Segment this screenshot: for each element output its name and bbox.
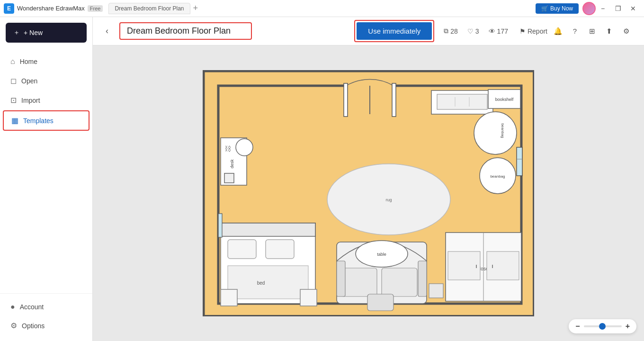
- app-logo: E Wondershare EdrawMax Free: [4, 3, 103, 14]
- svg-rect-48: [218, 214, 222, 237]
- sidebar-item-options[interactable]: ⚙ Options: [3, 316, 89, 335]
- sidebar-item-home[interactable]: ⌂ Home: [3, 53, 89, 71]
- heart-icon: ♡: [467, 27, 474, 35]
- report-button[interactable]: ⚑ Report: [519, 27, 547, 35]
- add-tab-button[interactable]: +: [193, 3, 198, 13]
- titlebar: E Wondershare EdrawMax Free Dream Bedroo…: [0, 0, 644, 17]
- svg-rect-35: [382, 268, 417, 296]
- svg-rect-5: [392, 83, 396, 117]
- content-area: ‹ Dream Bedroom Floor Plan Use immediate…: [93, 17, 644, 341]
- free-badge: Free: [88, 5, 103, 12]
- svg-rect-49: [429, 284, 443, 298]
- open-icon: ◻: [10, 76, 17, 85]
- templates-icon: ▦: [11, 116, 18, 125]
- sidebar-item-open[interactable]: ◻ Open: [3, 72, 89, 90]
- svg-rect-45: [487, 251, 519, 280]
- svg-rect-16: [224, 173, 234, 183]
- zoom-slider[interactable]: [584, 325, 622, 327]
- zoom-thumb[interactable]: [599, 323, 606, 330]
- views-stat: 👁 177: [489, 27, 508, 35]
- svg-rect-29: [228, 266, 308, 299]
- restore-button[interactable]: ❐: [611, 1, 625, 16]
- svg-text:bookshelf: bookshelf: [495, 97, 514, 102]
- use-immediately-button[interactable]: Use immediately: [357, 22, 432, 40]
- template-title: Dream Bedroom Floor Plan: [119, 22, 252, 40]
- sidebar-item-account[interactable]: ● Account: [3, 298, 89, 316]
- tab-label: Dream Bedroom Floor Plan: [115, 5, 184, 12]
- floor-plan-svg: bookshelf desk ⛓ rug beanbag beanbag: [203, 70, 534, 316]
- svg-rect-40: [367, 294, 394, 311]
- share-icon[interactable]: ⬆: [602, 25, 616, 38]
- svg-text:table: table: [377, 252, 386, 257]
- active-tab[interactable]: Dream Bedroom Floor Plan: [108, 3, 190, 14]
- svg-rect-4: [344, 83, 348, 117]
- svg-rect-23: [517, 147, 522, 176]
- svg-rect-37: [418, 261, 427, 296]
- close-button[interactable]: ✕: [626, 1, 640, 16]
- help-icon[interactable]: ?: [568, 25, 581, 38]
- svg-rect-26: [221, 223, 315, 236]
- diagram-area: bookshelf desk ⛓ rug beanbag beanbag: [93, 45, 644, 341]
- svg-text:desk: desk: [230, 159, 234, 169]
- app-body: ＋ + New ⌂ Home ◻ Open ⊡ Import ▦ Templat…: [0, 17, 644, 341]
- svg-rect-44: [448, 251, 480, 280]
- copy-icon: ⧉: [444, 27, 448, 35]
- apps-grid-icon[interactable]: ⊞: [585, 25, 599, 38]
- svg-text:beanbag: beanbag: [490, 174, 505, 179]
- zoom-bar: − +: [569, 319, 636, 333]
- account-icon: ●: [10, 303, 15, 311]
- import-icon: ⊡: [10, 96, 17, 105]
- copies-stat: ⧉ 28: [444, 27, 458, 35]
- minimize-button[interactable]: −: [596, 1, 610, 16]
- svg-rect-27: [228, 240, 256, 259]
- cart-icon: 🛒: [541, 5, 548, 12]
- svg-rect-7: [437, 94, 487, 109]
- sidebar: ＋ + New ⌂ Home ◻ Open ⊡ Import ▦ Templat…: [0, 17, 93, 341]
- main-header: ‹ Dream Bedroom Floor Plan Use immediate…: [93, 17, 644, 45]
- buy-now-button[interactable]: 🛒 Buy Now: [536, 3, 579, 14]
- svg-rect-34: [341, 268, 377, 296]
- svg-text:bed: bed: [257, 280, 265, 286]
- app-name: Wondershare EdrawMax: [17, 5, 85, 12]
- new-button[interactable]: ＋ + New: [6, 23, 87, 43]
- sidebar-nav: ⌂ Home ◻ Open ⊡ Import ▦ Templates: [0, 48, 92, 135]
- zoom-out-button[interactable]: −: [575, 322, 580, 331]
- app-icon: E: [4, 3, 14, 14]
- svg-text:beanbag: beanbag: [501, 123, 505, 138]
- svg-rect-36: [337, 261, 345, 296]
- flag-icon: ⚑: [519, 27, 526, 35]
- window-controls: − ❐ ✕: [596, 1, 640, 16]
- settings-icon[interactable]: ⚙: [619, 25, 633, 38]
- home-icon: ⌂: [10, 57, 15, 66]
- options-icon: ⚙: [10, 321, 17, 330]
- svg-point-14: [236, 139, 253, 156]
- zoom-in-button[interactable]: +: [626, 322, 630, 331]
- avatar[interactable]: [582, 2, 596, 15]
- sidebar-item-templates[interactable]: ▦ Templates: [3, 110, 89, 131]
- bell-icon[interactable]: 🔔: [551, 25, 564, 38]
- header-icons: Use immediately ⧉ 28 ♡ 3 👁 177 ⚑ Report: [354, 20, 633, 42]
- back-button[interactable]: ‹: [100, 25, 114, 38]
- sidebar-item-import[interactable]: ⊡ Import: [3, 91, 89, 109]
- svg-text:⛓: ⛓: [224, 145, 231, 153]
- svg-rect-31: [221, 289, 237, 306]
- svg-rect-28: [266, 240, 294, 259]
- svg-text:rug: rug: [385, 197, 392, 202]
- plus-icon: ＋: [13, 28, 20, 37]
- sidebar-bottom: ● Account ⚙ Options: [0, 293, 92, 341]
- svg-point-19: [474, 112, 517, 154]
- likes-stat: ♡ 3: [467, 27, 479, 35]
- eye-icon: 👁: [489, 27, 495, 35]
- use-immediately-box: Use immediately: [354, 20, 434, 42]
- svg-rect-32: [300, 289, 317, 306]
